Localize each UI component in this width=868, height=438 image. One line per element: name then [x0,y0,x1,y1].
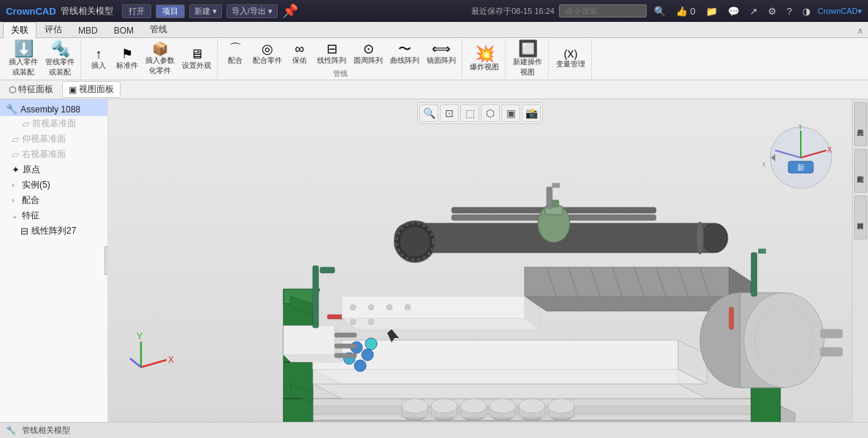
tree-front-plane[interactable]: ▱ 前视基准面 [0,116,107,131]
screenshot-btn[interactable]: 📸 [522,104,541,122]
zoom-extents-btn[interactable]: ⊡ [440,104,459,122]
status-mode-icon: 🔧 [6,426,16,435]
right-panel: 只显列表 配置列表 材料清单 [852,99,868,422]
tab-guanlian[interactable]: 关联 [3,22,37,38]
right-panel-config-list[interactable]: 配置列表 [854,149,867,193]
variant-manage-btn[interactable]: (X) 变量管理 [553,41,588,77]
svg-point-96 [368,319,374,325]
view-panel-tab[interactable]: ▣ 视图面板 [62,81,121,98]
theme-toggle[interactable]: ◑ [799,6,813,17]
display-mode-2[interactable]: ⬡ [481,104,500,122]
titlebar: CrownCAD 管线相关模型 打开 项目 新建 ▾ 导入/导出 ▾ 📌 最近保… [0,0,868,22]
operate-view-icon: 🔲 [518,41,538,57]
pin-icon[interactable]: 📌 [282,3,298,19]
insert-part-label: 插入零件或装配 [9,57,38,77]
ribbon-group-explode-items: 💥 爆炸视图 [467,41,502,77]
tree-top-plane[interactable]: ▱ 仰视基准面 [0,131,107,147]
svg-point-63 [460,399,487,413]
open-button[interactable]: 打开 [122,4,151,18]
tab-mbd[interactable]: MBD [70,23,106,37]
view-gizmo[interactable]: X Y 新 [768,125,834,191]
param-parts-button[interactable]: 📦 插入参数化零件 [142,41,178,77]
like-icon[interactable]: 👍 0 [673,6,698,17]
plane-icon-right: ▱ [12,149,19,160]
seal-button[interactable]: ∞ 保佑 [286,41,313,67]
combine-icon: ◎ [262,42,273,55]
svg-point-72 [548,399,574,413]
svg-rect-54 [758,249,766,253]
tree-linear-pattern[interactable]: ⊟ 线性阵列27 [0,223,107,239]
search-input[interactable] [559,4,647,18]
tree-fittings[interactable]: › 配合 [0,193,107,208]
right-panel-material-list[interactable]: 材料清单 [854,196,867,239]
features-label: 特征 [22,210,39,222]
tree-features[interactable]: ⌄ 特征 [0,208,107,223]
circular-pattern-btn[interactable]: ⊙ 圆周阵列 [351,41,386,67]
tree-origin[interactable]: ✦ 原点 [0,162,107,177]
chat-icon[interactable]: 💬 [725,6,742,17]
plane-icon-front: ▱ [22,118,29,129]
insert-button[interactable]: ↑ 插入 [85,46,112,72]
plane-icon-top: ▱ [12,134,19,145]
tab-bom[interactable]: BOM [106,23,142,37]
mirror-icon: ⟺ [432,42,451,55]
explode-label: 爆炸视图 [470,62,499,72]
axes-indicator: X Y [126,331,178,382]
join-button[interactable]: ⌒ 配合 [222,41,248,67]
top-plane-label: 仰视基准面 [22,133,66,145]
marker-button[interactable]: ⚑ 标准件 [113,46,141,72]
notification-icon[interactable]: 📁 [703,6,720,17]
ribbon-content: ⬇️ 插入零件或装配 🔩 管线零件或装配 ↑ 插入 ⚑ 标准件 [0,38,868,80]
feature-panel-tab[interactable]: ⬡ 特征面板 [3,82,59,97]
zoom-fit-btn[interactable]: 🔍 [419,104,438,122]
svg-line-102 [130,358,141,367]
mirror-label: 镜面阵列 [427,55,456,66]
circular-pattern-label: 圆周阵列 [354,55,383,66]
svg-point-66 [490,399,516,413]
user-menu[interactable]: CrownCAD▾ [818,7,862,16]
svg-marker-81 [283,326,335,355]
explode-view-btn[interactable]: 💥 爆炸视图 [467,41,502,77]
variant-icon: (X) [564,49,578,59]
viewport[interactable]: 🔍 ⊡ ⬚ ⬡ ▣ 📸 [108,99,852,422]
insert-pipe-button[interactable]: 🔩 管线零件或装配 [42,41,77,77]
svg-rect-85 [335,353,357,358]
settings-icon[interactable]: ⚙ [765,6,780,17]
svg-point-57 [402,399,428,413]
project-button[interactable]: 项目 [156,4,185,18]
new-operate-view-btn[interactable]: 🔲 新建操作视图 [510,41,545,77]
tree-instances[interactable]: › 实例(5) [0,177,107,193]
combine-button[interactable]: ◎ 配合零件 [250,41,285,67]
insert-part-button[interactable]: ⬇️ 插入零件或装配 [6,41,41,77]
svg-rect-51 [821,329,842,338]
tab-guan[interactable]: 管线 [142,21,175,37]
svg-point-49 [744,293,824,388]
linear-pattern-tree-icon: ⊟ [20,226,28,237]
main-area: 🔧 Assembly 1088 ▱ 前视基准面 ▱ 仰视基准面 ▱ 右视基准面 … [0,99,868,422]
ribbon-collapse[interactable]: ∧ [853,24,868,37]
tree-right-plane[interactable]: ▱ 右视基准面 [0,147,107,162]
display-mode-1[interactable]: ⬚ [460,104,479,122]
share-icon[interactable]: ↗ [747,6,761,17]
linear-pattern-btn[interactable]: ⊟ 线性阵列 [314,41,349,67]
curve-pattern-btn[interactable]: 〜 曲线阵列 [387,41,422,67]
right-panel-only-display[interactable]: 只显列表 [854,102,867,146]
search-icon[interactable]: 🔍 [651,6,669,17]
gizmo-collapse-arrow[interactable]: ‹ [762,158,766,169]
new-button[interactable]: 新建 ▾ [189,4,222,18]
display-mode-3[interactable]: ▣ [501,104,520,122]
equip-icon: 🖥 [190,47,203,61]
ribbon-group-explode: 💥 爆炸视图 [464,39,506,79]
curve-pattern-icon: 〜 [398,42,411,55]
tree-root[interactable]: 🔧 Assembly 1088 [0,99,107,116]
import-export-button[interactable]: 导入/导出 ▾ [226,4,278,18]
ribbon-group-insert: ⬇️ 插入零件或装配 🔩 管线零件或装配 [3,39,81,79]
combine-label: 配合零件 [253,55,282,66]
svg-text:Y: Y [137,331,142,342]
ribbon-group-tools-items: ↑ 插入 ⚑ 标准件 📦 插入参数化零件 🖥 设置外观 [85,41,214,77]
question-icon[interactable]: ? [784,6,795,17]
tab-pinggu[interactable]: 评估 [37,21,70,37]
left-panel: 🔧 Assembly 1088 ▱ 前视基准面 ▱ 仰视基准面 ▱ 右视基准面 … [0,99,108,422]
equip-appear-button[interactable]: 🖥 设置外观 [179,46,214,72]
mirror-btn[interactable]: ⟺ 镜面阵列 [424,41,459,67]
